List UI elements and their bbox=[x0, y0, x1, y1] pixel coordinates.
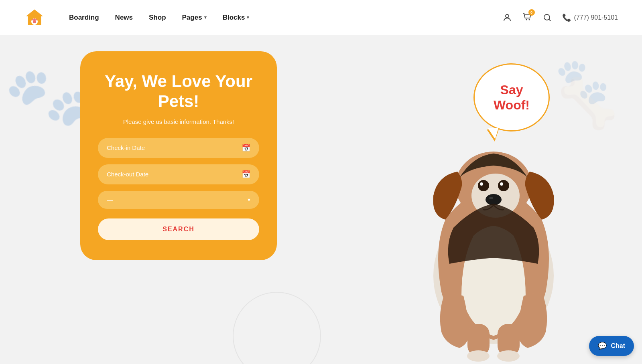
svg-point-15 bbox=[478, 180, 489, 191]
svg-point-24 bbox=[497, 350, 520, 362]
svg-point-23 bbox=[467, 350, 490, 362]
chevron-down-icon: ▾ bbox=[248, 196, 250, 203]
pet-select[interactable]: — ▾ bbox=[98, 191, 259, 209]
nav-shop[interactable]: Shop bbox=[149, 14, 166, 22]
svg-point-3 bbox=[33, 20, 36, 23]
svg-point-16 bbox=[498, 180, 509, 191]
cart-count: 0 bbox=[528, 9, 535, 16]
calendar-icon-2: 📅 bbox=[242, 170, 250, 179]
svg-point-9 bbox=[528, 19, 530, 20]
nav-blocks[interactable]: Blocks ▾ bbox=[223, 14, 250, 22]
site-header: Boarding News Shop Pages ▾ Blocks ▾ 0 bbox=[0, 0, 642, 35]
user-icon[interactable] bbox=[502, 12, 512, 23]
chat-label: Chat bbox=[611, 342, 625, 350]
bubble-text-line2: Woof! bbox=[494, 97, 530, 113]
svg-point-19 bbox=[486, 194, 502, 205]
svg-point-8 bbox=[526, 19, 527, 20]
checkout-label: Check-out Date bbox=[107, 171, 148, 178]
phone-icon: 📞 bbox=[562, 13, 571, 22]
svg-point-17 bbox=[480, 182, 483, 186]
svg-point-7 bbox=[506, 14, 509, 18]
cart-button[interactable]: 0 bbox=[522, 12, 532, 24]
nav-pages[interactable]: Pages ▾ bbox=[182, 14, 207, 22]
phone-number: (777) 901-5101 bbox=[574, 14, 618, 21]
chat-button[interactable]: 💬 Chat bbox=[589, 336, 634, 356]
dog-image bbox=[393, 107, 594, 364]
nav-boarding[interactable]: Boarding bbox=[69, 14, 99, 22]
booking-title: Yay, We Love Your Pets! bbox=[98, 71, 259, 112]
svg-point-18 bbox=[500, 182, 503, 186]
checkin-field[interactable]: Check-in Date 📅 bbox=[98, 138, 259, 158]
booking-card: Yay, We Love Your Pets! Please give us b… bbox=[80, 51, 277, 260]
booking-subtitle: Please give us basic information. Thanks… bbox=[98, 118, 259, 125]
header-actions: 0 📞 (777) 901-5101 bbox=[502, 12, 618, 24]
speech-bubble: Say Woof! bbox=[473, 63, 550, 131]
calendar-icon: 📅 bbox=[242, 144, 250, 152]
svg-point-20 bbox=[489, 197, 493, 199]
logo-icon bbox=[24, 7, 45, 28]
bubble-text-line1: Say bbox=[500, 82, 523, 97]
phone-link[interactable]: 📞 (777) 901-5101 bbox=[562, 13, 618, 22]
chevron-down-icon: ▾ bbox=[247, 15, 249, 20]
search-icon[interactable] bbox=[542, 12, 553, 23]
checkin-label: Check-in Date bbox=[107, 144, 145, 151]
checkout-field[interactable]: Check-out Date 📅 bbox=[98, 164, 259, 184]
svg-point-6 bbox=[35, 19, 37, 20]
chevron-down-icon: ▾ bbox=[204, 15, 207, 20]
svg-point-4 bbox=[32, 19, 34, 20]
chat-bubble-icon: 💬 bbox=[598, 342, 607, 350]
main-nav: Boarding News Shop Pages ▾ Blocks ▾ bbox=[69, 14, 502, 22]
logo[interactable] bbox=[24, 7, 45, 28]
search-button[interactable]: search bbox=[98, 218, 259, 240]
bg-circle-decor bbox=[233, 292, 321, 364]
main-content: 🐾 🐾 🦴 Yay, We Love Your Pets! Please giv… bbox=[0, 35, 642, 364]
nav-news[interactable]: News bbox=[115, 14, 133, 22]
select-default: — bbox=[107, 196, 113, 203]
svg-point-5 bbox=[34, 18, 35, 20]
